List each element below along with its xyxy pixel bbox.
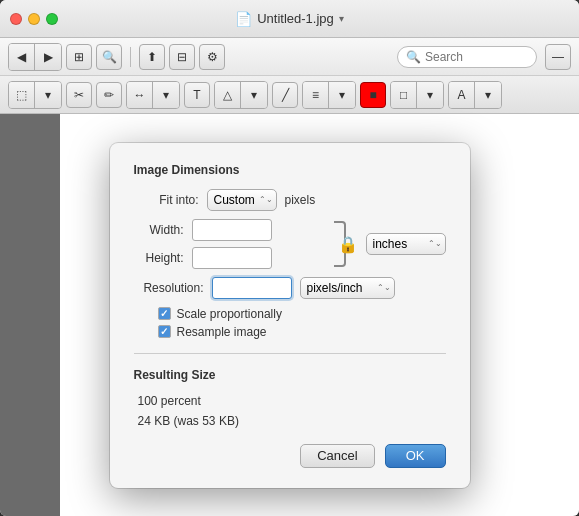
- result-size: 24 KB (was 53 KB): [138, 414, 446, 428]
- window-title: Untitled-1.jpg: [257, 11, 334, 26]
- crop-tool[interactable]: ✂: [66, 82, 92, 108]
- separator-1: [130, 47, 131, 67]
- height-label: Height:: [134, 251, 184, 265]
- result-percent: 100 percent: [138, 394, 446, 408]
- scale-proportionally-row: Scale proportionally: [158, 307, 446, 321]
- minimize-button[interactable]: [28, 13, 40, 25]
- selection-tool-group: ⬚ ▾: [8, 81, 62, 109]
- main-area: Image Dimensions Fit into: Custom pixels: [0, 114, 579, 516]
- arrange-button[interactable]: ⊟: [169, 44, 195, 70]
- resolution-input[interactable]: 72: [212, 277, 292, 299]
- toolbar-1: ◀ ▶ ⊞ 🔍 ⬆ ⊟ ⚙ 🔍 —: [0, 38, 579, 76]
- adjust-button[interactable]: ⚙: [199, 44, 225, 70]
- app-window: 📄 Untitled-1.jpg ▾ ◀ ▶ ⊞ 🔍 ⬆ ⊟ ⚙ 🔍 — ⬚ ▾…: [0, 0, 579, 516]
- cancel-button[interactable]: Cancel: [300, 444, 374, 468]
- resample-image-checkbox[interactable]: [158, 325, 171, 338]
- lock-icon[interactable]: 🔒: [338, 234, 358, 253]
- height-input[interactable]: 11.11: [192, 247, 272, 269]
- font-group: A ▾: [448, 81, 502, 109]
- height-row: Height: 11.11: [134, 247, 330, 269]
- expand-button[interactable]: —: [545, 44, 571, 70]
- fit-into-select[interactable]: Custom: [207, 189, 277, 211]
- text-tool[interactable]: T: [184, 82, 210, 108]
- transform-tool[interactable]: ↔: [127, 82, 153, 108]
- section-divider: [134, 353, 446, 354]
- select-dropdown[interactable]: ▾: [35, 82, 61, 108]
- maximize-button[interactable]: [46, 13, 58, 25]
- ok-button[interactable]: OK: [385, 444, 446, 468]
- list-group: ≡ ▾: [302, 81, 356, 109]
- fit-into-select-wrapper: Custom: [207, 189, 277, 211]
- lock-bracket: 🔒: [334, 221, 346, 267]
- width-row: Width: 6.67: [134, 219, 330, 241]
- wh-unit-select-wrapper: inches: [366, 233, 446, 255]
- fit-into-unit: pixels: [285, 193, 316, 207]
- font-tool[interactable]: A: [449, 82, 475, 108]
- select-tool[interactable]: ⬚: [9, 82, 35, 108]
- search-input[interactable]: [425, 50, 528, 64]
- search-icon: 🔍: [406, 50, 421, 64]
- resample-image-row: Resample image: [158, 325, 446, 339]
- title-bar-center: 📄 Untitled-1.jpg ▾: [235, 11, 344, 27]
- fit-into-label: Fit into:: [134, 193, 199, 207]
- section-title-dimensions: Image Dimensions: [134, 163, 446, 177]
- res-unit-select-wrapper: pixels/inch: [300, 277, 395, 299]
- res-unit-select[interactable]: pixels/inch: [300, 277, 395, 299]
- back-button[interactable]: ◀: [9, 44, 35, 70]
- traffic-lights: [10, 13, 58, 25]
- width-label: Width:: [134, 223, 184, 237]
- resulting-size-section: Resulting Size 100 percent 24 KB (was 53…: [134, 368, 446, 428]
- forward-button[interactable]: ▶: [35, 44, 61, 70]
- list-tool[interactable]: ≡: [303, 82, 329, 108]
- stroke-dropdown[interactable]: ▾: [417, 82, 443, 108]
- wh-unit-select[interactable]: inches: [366, 233, 446, 255]
- list-dropdown[interactable]: ▾: [329, 82, 355, 108]
- toolbar-2: ⬚ ▾ ✂ ✏ ↔ ▾ T △ ▾ ╱ ≡ ▾ ■ □ ▾ A ▾: [0, 76, 579, 114]
- font-dropdown[interactable]: ▾: [475, 82, 501, 108]
- resample-image-label: Resample image: [177, 325, 267, 339]
- modal-overlay: Image Dimensions Fit into: Custom pixels: [0, 114, 579, 516]
- dialog-buttons: Cancel OK: [134, 444, 446, 468]
- shape-dropdown[interactable]: ▾: [241, 82, 267, 108]
- transform-dropdown[interactable]: ▾: [153, 82, 179, 108]
- document-icon: 📄: [235, 11, 252, 27]
- draw-tool[interactable]: ✏: [96, 82, 122, 108]
- shape-group: △ ▾: [214, 81, 268, 109]
- color-fill-btn[interactable]: ■: [360, 82, 386, 108]
- shape-tool[interactable]: △: [215, 82, 241, 108]
- width-input[interactable]: 6.67: [192, 219, 272, 241]
- resolution-label: Resolution:: [134, 281, 204, 295]
- fit-into-row: Fit into: Custom pixels: [134, 189, 446, 211]
- title-bar: 📄 Untitled-1.jpg ▾: [0, 0, 579, 38]
- resolution-row: Resolution: 72 pixels/inch: [134, 277, 446, 299]
- share-button[interactable]: ⬆: [139, 44, 165, 70]
- zoom-fit-button[interactable]: ⊞: [66, 44, 92, 70]
- search-box: 🔍: [397, 46, 537, 68]
- lock-bracket-area: 🔒: [334, 219, 346, 269]
- wh-section: Width: 6.67 Height: 11.11 🔒: [134, 219, 446, 269]
- stroke-group: □ ▾: [390, 81, 444, 109]
- wh-inputs: Width: 6.67 Height: 11.11: [134, 219, 330, 269]
- title-dropdown-icon[interactable]: ▾: [339, 13, 344, 24]
- line-tool[interactable]: ╱: [272, 82, 298, 108]
- stroke-tool[interactable]: □: [391, 82, 417, 108]
- scale-proportionally-label: Scale proportionally: [177, 307, 282, 321]
- scale-proportionally-checkbox[interactable]: [158, 307, 171, 320]
- wh-unit-wrapper: inches: [366, 219, 446, 269]
- transform-group: ↔ ▾: [126, 81, 180, 109]
- section-title-resulting: Resulting Size: [134, 368, 446, 382]
- close-button[interactable]: [10, 13, 22, 25]
- zoom-in-button[interactable]: 🔍: [96, 44, 122, 70]
- image-dimensions-dialog: Image Dimensions Fit into: Custom pixels: [110, 143, 470, 488]
- nav-btn-group: ◀ ▶: [8, 43, 62, 71]
